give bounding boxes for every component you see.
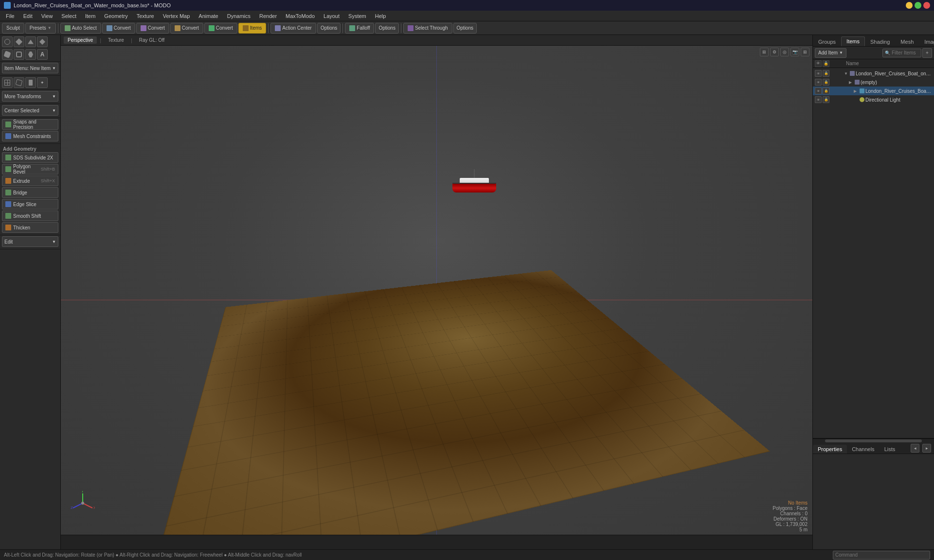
tree-root-eye[interactable]: 👁	[815, 70, 822, 77]
viewport-area[interactable]: Perspective | Texture | Ray GL: Off ⊞ ⚙ …	[61, 35, 812, 549]
vp-ctrl-2[interactable]: ⚙	[770, 48, 779, 56]
item-menu-dropdown[interactable]: Item Menu: New Item ▼	[2, 63, 58, 73]
tool-icon-5[interactable]	[2, 49, 13, 60]
vp-tab-texture[interactable]: Texture	[104, 36, 128, 44]
menu-animate[interactable]: Animate	[195, 12, 222, 20]
extrude-button[interactable]: Extrude Shift+X	[2, 175, 58, 186]
options-button-2[interactable]: Options	[375, 23, 398, 34]
menu-file[interactable]: File	[2, 12, 18, 20]
menu-edit[interactable]: Edit	[19, 12, 36, 20]
select-through-button[interactable]: Select Through	[403, 23, 452, 34]
tree-vis-header-1[interactable]: 👁	[815, 60, 822, 67]
command-input[interactable]	[833, 551, 930, 560]
rp-tab-items[interactable]: Items	[841, 36, 865, 46]
add-item-button[interactable]: Add Item ▼	[815, 48, 846, 58]
sds-subdivide-button[interactable]: SDS Subdivide 2X	[2, 152, 58, 163]
tree-item-light[interactable]: 👁 🔒 Directional Light	[813, 95, 934, 104]
menu-vertex-map[interactable]: Vertex Map	[159, 12, 194, 20]
action-center-button[interactable]: Action Center	[270, 23, 316, 34]
tree-light-eye[interactable]: 👁	[815, 96, 822, 103]
center-selected-dropdown[interactable]: Center Selected ▼	[2, 105, 58, 116]
convert-button-2[interactable]: Convert	[136, 23, 169, 34]
menu-view[interactable]: View	[37, 12, 57, 20]
tree-root-lock[interactable]: 🔒	[823, 70, 829, 77]
presets-button[interactable]: Presets ▼	[25, 23, 56, 34]
transform-icon-4[interactable]: ✦	[37, 77, 48, 88]
tree-empty-lock[interactable]: 🔒	[823, 79, 829, 86]
tool-icon-2[interactable]	[14, 36, 24, 47]
tree-empty-eye[interactable]: 👁	[815, 79, 822, 86]
rpb-tab-channels[interactable]: Channels	[847, 445, 879, 454]
vp-tab-perspective[interactable]: Perspective	[64, 36, 97, 44]
convert-button-1[interactable]: Convert	[102, 23, 135, 34]
tree-empty-expand[interactable]: ▶	[849, 80, 854, 85]
transform-icon-3[interactable]	[25, 77, 36, 88]
rt-icon-1[interactable]: +	[922, 48, 932, 58]
vp-ctrl-4[interactable]: 📷	[790, 48, 799, 56]
convert-button-3[interactable]: Convert	[170, 23, 203, 34]
right-panel-scrollbar[interactable]	[813, 438, 934, 442]
tree-light-lock[interactable]: 🔒	[823, 96, 829, 103]
vp-ctrl-1[interactable]: ⊞	[760, 48, 769, 56]
rp-tab-groups[interactable]: Groups	[813, 37, 841, 46]
menu-dynamics[interactable]: Dynamics	[223, 12, 254, 20]
rp-tab-images[interactable]: Images	[919, 37, 934, 46]
rp-bottom-expand[interactable]: ◂	[911, 444, 919, 453]
tree-vis-header-2[interactable]: 🔒	[823, 60, 829, 67]
rp-tab-shading[interactable]: Shading	[865, 37, 895, 46]
menu-select[interactable]: Select	[57, 12, 80, 20]
menu-item[interactable]: Item	[81, 12, 99, 20]
auto-select-button[interactable]: Auto Select	[60, 23, 101, 34]
menu-system[interactable]: System	[344, 12, 370, 20]
options-button-3[interactable]: Options	[453, 23, 477, 34]
thicken-button[interactable]: Thicken	[2, 222, 58, 233]
bridge-button[interactable]: Bridge	[2, 187, 58, 198]
menu-layout[interactable]: Layout	[320, 12, 343, 20]
scene-canvas[interactable]: X Y Z	[61, 46, 812, 535]
more-transforms-dropdown[interactable]: More Transforms ▼	[2, 91, 58, 102]
tool-icon-8[interactable]: A	[37, 49, 48, 60]
title-bar-controls[interactable]	[906, 2, 930, 9]
minimize-button[interactable]	[906, 2, 913, 9]
falloff-button[interactable]: Falloff	[345, 23, 374, 34]
close-button[interactable]	[923, 2, 930, 9]
tree-item-boat[interactable]: 👁 🔒 ▶ London_River_Cruises_Boat_on_Water	[813, 87, 934, 95]
tree-item-empty[interactable]: 👁 🔒 ▶ (empty)	[813, 78, 934, 87]
edge-slice-button[interactable]: Edge Slice	[2, 199, 58, 210]
rpb-tab-lists[interactable]: Lists	[880, 445, 900, 454]
menu-maxtomodo[interactable]: MaxToModo	[282, 12, 319, 20]
smooth-shift-button[interactable]: Smooth Shift	[2, 210, 58, 221]
rp-bottom-shrink[interactable]: ▸	[922, 444, 931, 453]
menu-help[interactable]: Help	[371, 12, 390, 20]
mesh-constraints-button[interactable]: Mesh Constraints	[2, 131, 58, 141]
snaps-button[interactable]: Snaps and Precision	[2, 119, 58, 130]
vp-tab-raygl[interactable]: Ray GL: Off	[135, 36, 169, 44]
menu-texture[interactable]: Texture	[133, 12, 158, 20]
options-button-1[interactable]: Options	[317, 23, 341, 34]
polygon-bevel-button[interactable]: Polygon Bevel Shift+B	[2, 164, 58, 175]
tool-icon-3[interactable]	[25, 36, 36, 47]
sculpt-button[interactable]: Sculpt	[2, 23, 24, 34]
tool-icon-4[interactable]	[37, 36, 48, 47]
tree-boat-lock[interactable]: 🔒	[823, 88, 829, 94]
transform-icon-2[interactable]	[14, 77, 24, 88]
tool-icon-6[interactable]	[14, 49, 24, 60]
tree-boat-expand[interactable]: ▶	[854, 89, 859, 93]
maximize-button[interactable]	[915, 2, 921, 9]
transform-icon-1[interactable]	[2, 77, 13, 88]
rpb-tab-properties[interactable]: Properties	[813, 445, 847, 454]
vp-ctrl-5[interactable]: ⊞	[801, 48, 809, 56]
edit-dropdown[interactable]: Edit ▼	[2, 236, 58, 247]
vp-ctrl-3[interactable]: ◎	[780, 48, 789, 56]
rp-tab-mesh[interactable]: Mesh	[895, 37, 919, 46]
tree-boat-eye[interactable]: 👁	[815, 88, 822, 94]
tree-root-expand[interactable]: ▼	[844, 71, 849, 76]
tree-item-root[interactable]: 👁 🔒 ▼ London_River_Cruises_Boat_on_Wa...	[813, 69, 934, 78]
menu-geometry[interactable]: Geometry	[100, 12, 131, 20]
items-button[interactable]: Items	[238, 23, 266, 34]
filter-items-input[interactable]	[892, 50, 919, 55]
convert-button-4[interactable]: Convert	[204, 23, 237, 34]
tool-icon-7[interactable]	[25, 49, 36, 60]
tool-icon-1[interactable]	[2, 36, 13, 47]
menu-render[interactable]: Render	[255, 12, 281, 20]
